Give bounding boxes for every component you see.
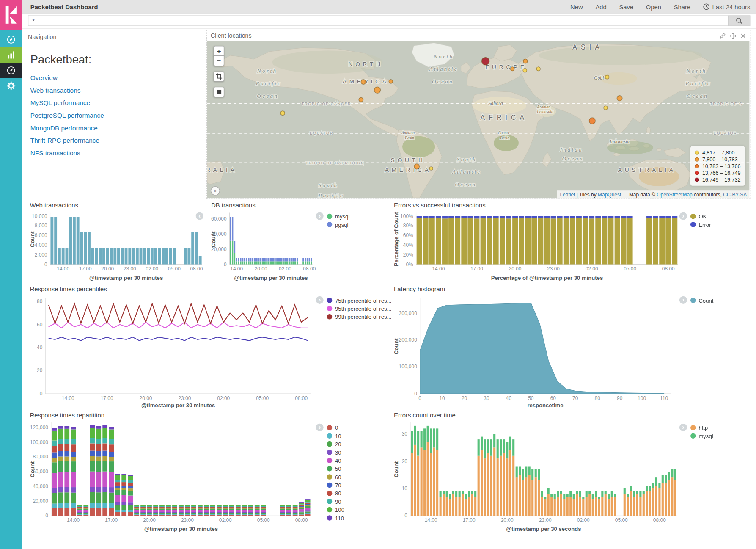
map-marker[interactable] <box>523 69 527 72</box>
legend-dot-icon <box>690 433 696 439</box>
map-marker[interactable] <box>617 96 622 101</box>
map-marker[interactable] <box>482 58 489 65</box>
legend-item[interactable]: 80 <box>327 489 393 497</box>
attribution-link-mapquest[interactable]: MapQuest <box>598 191 621 197</box>
map-marker[interactable] <box>511 67 514 71</box>
db-transactions-chart[interactable]: 020,00040,00060,000Count14:0020:0002:000… <box>210 210 316 283</box>
legend-item[interactable]: 99th percentile of res... <box>327 313 393 321</box>
svg-text:23:00: 23:00 <box>539 517 552 523</box>
nav-link-thrift-rpc-performance[interactable]: Thrift-RPC performance <box>30 137 99 144</box>
legend-item[interactable]: Count <box>690 296 756 304</box>
navigation-links: OverviewWeb transactionsMySQL performanc… <box>30 73 203 161</box>
legend-toggle-button[interactable]: › <box>316 424 323 431</box>
map-marker[interactable] <box>429 167 433 170</box>
svg-text:Count: Count <box>210 231 217 247</box>
attribution-link-cc-by-sa[interactable]: CC-BY-SA <box>723 191 747 197</box>
legend-item[interactable]: 30 <box>327 448 393 456</box>
menu-save-button[interactable]: Save <box>619 3 633 10</box>
map-marker[interactable] <box>605 75 609 79</box>
svg-text:20:00: 20:00 <box>501 517 514 523</box>
legend-item[interactable]: 20 <box>327 440 393 448</box>
attribution-link-openstreetmap[interactable]: OpenStreetMap <box>657 191 692 197</box>
response-percentiles-chart[interactable]: 02040608014:0017:0020:0023:0002:0005:000… <box>29 294 314 410</box>
map-marker[interactable] <box>536 67 540 71</box>
legend-toggle-button[interactable]: › <box>316 212 323 220</box>
legend-item[interactable]: pgsql <box>327 221 393 229</box>
svg-text:10: 10 <box>402 486 408 491</box>
legend-toggle-button[interactable]: › <box>679 212 687 220</box>
legend-item[interactable]: mysql <box>327 212 393 220</box>
panel-edit-icon[interactable] <box>720 33 726 39</box>
legend-toggle-button[interactable]: › <box>679 424 687 431</box>
map-marker[interactable] <box>374 87 381 93</box>
legend-item[interactable]: mysql <box>690 432 756 440</box>
map-marker[interactable] <box>359 97 363 102</box>
world-map[interactable]: NORTHAMERICASOUTHAMERICAAFRICAEUROPEASIA… <box>207 41 750 199</box>
latency-histogram-chart[interactable]: 0100,000200,000300,000Count0102030405060… <box>393 294 675 410</box>
sidebar-item-discover[interactable] <box>0 32 22 47</box>
legend-item[interactable]: 110 <box>327 514 393 522</box>
errors-count-chart[interactable]: 0102030Count14:0017:0020:0023:0002:0005:… <box>393 420 681 534</box>
map-marker[interactable] <box>523 59 528 63</box>
response-repartition-chart[interactable]: 020,00040,00060,00080,000100,000120,000C… <box>29 420 314 534</box>
nav-link-web-transactions[interactable]: Web transactions <box>30 87 81 94</box>
menu-open-button[interactable]: Open <box>646 3 661 10</box>
legend-item[interactable]: 0 <box>327 424 393 432</box>
draw-filter-button[interactable] <box>214 72 224 82</box>
legend-item[interactable]: 10 <box>327 432 393 440</box>
legend-toggle-button[interactable]: › <box>679 296 687 304</box>
zoom-in-button[interactable]: + <box>214 46 224 56</box>
panel-move-icon[interactable] <box>730 33 736 39</box>
legend-item[interactable]: 95th percentile of res... <box>327 304 393 312</box>
kibana-logo[interactable] <box>0 0 22 30</box>
legend-item[interactable]: Error <box>690 221 756 229</box>
sidebar-item-visualize[interactable] <box>0 47 22 63</box>
map-marker[interactable] <box>361 80 366 84</box>
time-picker[interactable]: Last 24 hours <box>703 3 750 10</box>
map-attribution-toggle-icon[interactable]: « <box>211 186 220 196</box>
nav-link-mongodb-performance[interactable]: MongoDB performance <box>30 124 98 132</box>
search-button[interactable] <box>728 15 750 26</box>
map-label: Ocean <box>687 93 708 99</box>
map-marker[interactable] <box>414 164 419 169</box>
legend-item[interactable]: 60 <box>327 473 393 481</box>
svg-text:02:00: 02:00 <box>217 395 230 401</box>
search-input[interactable] <box>28 15 728 26</box>
svg-text:60,000: 60,000 <box>211 216 227 222</box>
legend-item[interactable]: 50 <box>327 465 393 473</box>
fit-bounds-button[interactable] <box>214 87 224 97</box>
menu-add-button[interactable]: Add <box>595 3 606 10</box>
legend-item[interactable]: OK <box>690 212 756 220</box>
map-label: TROPIC OF C <box>710 102 742 106</box>
legend-item[interactable]: 90 <box>327 497 393 505</box>
map-label: Arabian <box>536 105 550 109</box>
menu-new-button[interactable]: New <box>570 3 583 10</box>
panel-close-icon[interactable] <box>741 33 746 39</box>
legend-item[interactable]: http <box>690 424 756 432</box>
errors-vs-success-chart[interactable]: 0%20%40%60%80%100%Percentage of Count14:… <box>393 210 681 283</box>
nav-link-nfs-transactions[interactable]: NFS transactions <box>30 149 80 157</box>
legend-item[interactable]: 70 <box>327 481 393 489</box>
attribution-link-leaflet[interactable]: Leaflet <box>560 191 575 197</box>
sidebar-item-settings[interactable] <box>0 78 22 94</box>
nav-link-mysql-performance[interactable]: MySQL performance <box>30 99 90 107</box>
svg-text:20:00: 20:00 <box>509 266 522 272</box>
map-marker[interactable] <box>604 106 608 110</box>
legend-item[interactable]: 100 <box>327 505 393 513</box>
map-marker[interactable] <box>589 118 595 124</box>
map-marker[interactable] <box>280 111 285 115</box>
legend-item[interactable]: 75th percentile of res... <box>327 296 393 304</box>
zoom-out-button[interactable]: − <box>214 56 224 66</box>
menu-share-button[interactable]: Share <box>674 3 691 10</box>
svg-text:08:00: 08:00 <box>662 266 675 272</box>
map-label: AMERICA <box>385 167 432 173</box>
legend-toggle-button[interactable]: ‹ <box>196 212 203 220</box>
map-marker[interactable] <box>389 80 393 83</box>
sidebar-item-dashboard[interactable] <box>0 63 22 78</box>
legend-dot-icon <box>327 441 333 447</box>
legend-item[interactable]: 40 <box>327 456 393 464</box>
web-transactions-chart[interactable]: 02,0004,0006,0008,00010,000Count14:0017:… <box>29 210 205 283</box>
legend-toggle-button[interactable]: › <box>316 296 323 304</box>
nav-link-overview[interactable]: Overview <box>30 74 58 82</box>
nav-link-postgresql-performance[interactable]: PostgreSQL performance <box>30 112 104 119</box>
